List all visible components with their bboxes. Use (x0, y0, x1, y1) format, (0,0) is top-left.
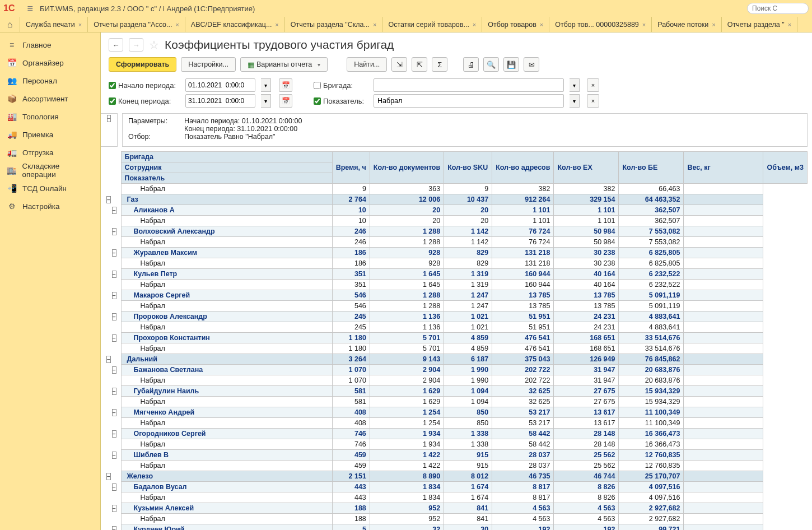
tab-close-icon[interactable]: × (473, 21, 476, 28)
preview-button[interactable]: 🔍 (483, 57, 499, 72)
home-tab[interactable]: ⌂ (0, 17, 20, 32)
brigade-checkbox[interactable] (314, 82, 321, 89)
global-search-input[interactable] (747, 3, 809, 14)
sidebar-item-4[interactable]: 🏭Топология (0, 108, 100, 125)
row-expand-toggle[interactable]: − (112, 388, 116, 395)
brigade-clear[interactable]: × (587, 78, 599, 92)
row-expand-toggle[interactable]: − (106, 473, 111, 480)
table-row[interactable]: Набрал1 0702 9041 990202 72231 94720 683… (105, 375, 808, 386)
brigade-select[interactable] (374, 78, 564, 92)
table-row[interactable]: −Волховский Александр2461 2881 14276 724… (105, 226, 808, 237)
table-row[interactable]: −Кульев Петр3511 6451 319160 94440 1646 … (105, 269, 808, 280)
table-row[interactable]: −Бажанова Светлана1 0702 9041 990202 722… (105, 365, 808, 375)
table-row[interactable]: −Кузьмин Алексей1889528414 5634 5632 927… (105, 503, 808, 514)
find-button[interactable]: Найти... (347, 57, 387, 72)
sidebar-item-8[interactable]: 📲ТСД Онлайн (0, 179, 100, 197)
tab-5[interactable]: Отбор товаров× (482, 17, 549, 32)
form-button[interactable]: Сформировать (109, 57, 176, 72)
sidebar-item-7[interactable]: 🏬Складские операции (0, 161, 100, 179)
indicator-dropdown[interactable]: ▾ (570, 94, 580, 108)
table-row[interactable]: Набрал1020201 1011 101362,507 (105, 216, 808, 226)
tab-close-icon[interactable]: × (642, 21, 646, 28)
table-row[interactable]: −Журавлев Максим186928829131 21830 2386 … (105, 248, 808, 258)
indicator-checkbox[interactable] (314, 97, 321, 105)
settings-button[interactable]: Настройки... (181, 57, 236, 72)
table-row[interactable]: −Бадалов Вусал4431 8341 6748 8178 8264 0… (105, 482, 808, 492)
table-row[interactable]: −Дальний3 2649 1436 187375 043126 94976 … (105, 354, 808, 365)
tab-close-icon[interactable]: × (78, 21, 82, 28)
collapse-all-button[interactable]: ⇱ (412, 57, 427, 72)
table-row[interactable]: Набрал7461 9341 33858 44228 14816 366,47… (105, 439, 808, 450)
row-expand-toggle[interactable]: − (112, 452, 116, 459)
menu-icon[interactable]: ≡ (27, 3, 33, 15)
row-expand-toggle[interactable]: − (112, 526, 116, 530)
row-expand-toggle[interactable]: − (106, 196, 111, 203)
table-row[interactable]: Набрал4431 8341 6748 8178 8264 097,516 (105, 492, 808, 503)
favorite-star-icon[interactable]: ☆ (149, 38, 159, 52)
start-period-checkbox[interactable] (109, 82, 116, 89)
row-expand-toggle[interactable]: − (112, 271, 116, 278)
row-expand-toggle[interactable]: − (112, 228, 116, 235)
nav-back-button[interactable]: ← (109, 38, 123, 52)
row-expand-toggle[interactable]: − (112, 505, 116, 512)
row-expand-toggle[interactable]: − (112, 334, 116, 342)
table-row[interactable]: Набрал1889528414 5634 5632 927,682 (105, 514, 808, 524)
save-button[interactable]: 💾 (503, 57, 519, 72)
start-period-dropdown[interactable]: ▾ (261, 78, 271, 92)
expand-all-button[interactable]: ⇲ (391, 57, 407, 72)
sidebar-item-3[interactable]: 📦Ассортимент (0, 90, 100, 108)
table-row[interactable]: Набрал3511 6451 319160 94440 1646 232,52… (105, 280, 808, 290)
sidebar-item-2[interactable]: 👥Персонал (0, 72, 100, 90)
table-row[interactable]: −Аликанов А1020201 1011 101362,507 (105, 205, 808, 216)
tab-close-icon[interactable]: × (175, 21, 179, 28)
table-row[interactable]: Набрал2451 1361 02151 95124 2314 883,641 (105, 322, 808, 333)
table-row[interactable]: −Макаров Сергей5461 2881 24713 78513 785… (105, 290, 808, 301)
end-period-input[interactable] (185, 94, 255, 108)
tab-4[interactable]: Остатки серий товаров...× (382, 17, 482, 32)
table-row[interactable]: −Железо2 1518 8908 01246 73546 74425 170… (105, 471, 808, 482)
table-row[interactable]: Набрал4591 42291528 03725 56212 760,835 (105, 461, 808, 471)
start-period-input[interactable] (185, 78, 255, 92)
table-row[interactable]: Набрал186928829131 21830 2386 825,805 (105, 258, 808, 269)
table-row[interactable]: Набрал2461 2881 14276 72450 9847 553,082 (105, 237, 808, 248)
tab-close-icon[interactable]: × (373, 21, 376, 28)
report-variants-button[interactable]: ▦Варианты отчета (240, 57, 328, 72)
table-row[interactable]: Набрал9363938238266,463 (105, 184, 808, 194)
table-row[interactable]: −Мягченко Андрей4081 25485053 21713 6171… (105, 407, 808, 418)
params-expand-toggle[interactable]: − (107, 115, 111, 122)
indicator-clear[interactable]: × (587, 94, 599, 108)
tab-close-icon[interactable]: × (540, 21, 543, 28)
brigade-dropdown[interactable]: ▾ (570, 78, 580, 92)
tab-close-icon[interactable]: × (712, 21, 715, 28)
tab-1[interactable]: Отчеты раздела "Ассо...× (88, 17, 185, 32)
tab-7[interactable]: Рабочие потоки× (652, 17, 722, 32)
row-expand-toggle[interactable]: − (112, 366, 116, 374)
end-period-calendar[interactable]: 📅 (279, 94, 292, 108)
tab-close-icon[interactable]: × (275, 21, 278, 28)
tab-2[interactable]: ABC/DEF классификац...× (185, 17, 285, 32)
table-row[interactable]: −Газ2 76412 00610 437912 264329 15464 46… (105, 194, 808, 205)
tab-6[interactable]: Отбор тов... 00000325889× (549, 17, 652, 32)
table-row[interactable]: −Прохоров Константин1 1805 7014 859476 5… (105, 333, 808, 343)
row-expand-toggle[interactable]: − (112, 483, 116, 491)
tab-8[interactable]: Отчеты раздела "× (722, 17, 797, 32)
sidebar-item-6[interactable]: 🚛Отгрузка (0, 143, 100, 161)
start-period-calendar[interactable]: 📅 (279, 78, 292, 92)
tab-0[interactable]: Служба печати× (20, 17, 88, 32)
sidebar-item-1[interactable]: 📅Органайзер (0, 54, 100, 72)
indicator-select[interactable] (374, 94, 564, 108)
row-expand-toggle[interactable]: − (112, 430, 116, 438)
row-expand-toggle[interactable]: − (112, 292, 116, 299)
row-expand-toggle[interactable]: − (112, 249, 116, 257)
row-expand-toggle[interactable]: − (112, 313, 116, 320)
table-row[interactable]: −Огородников Сергей7461 9341 33858 44228… (105, 429, 808, 439)
sidebar-item-9[interactable]: ⚙Настройка (0, 197, 100, 215)
end-period-dropdown[interactable]: ▾ (261, 94, 271, 108)
tab-3[interactable]: Отчеты раздела "Скла...× (285, 17, 383, 32)
table-row[interactable]: −Пророков Александр2451 1361 02151 95124… (105, 312, 808, 322)
table-row[interactable]: Набрал4081 25485053 21713 61711 100,349 (105, 418, 808, 429)
table-row[interactable]: −Курдяев Юрий5323019219299,721 (105, 524, 808, 531)
tab-close-icon[interactable]: × (788, 21, 791, 28)
end-period-checkbox[interactable] (109, 97, 116, 105)
row-expand-toggle[interactable]: − (106, 356, 111, 363)
